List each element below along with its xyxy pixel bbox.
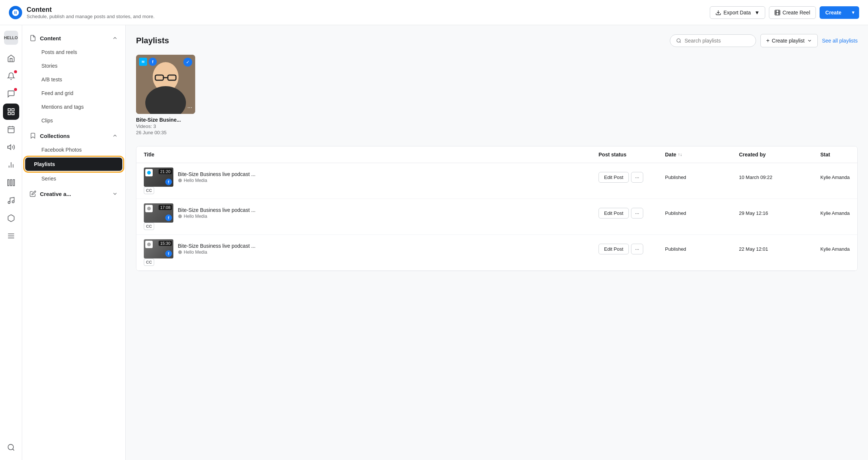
playlists-title: Playlists bbox=[136, 36, 169, 45]
playlist-thumbnail[interactable]: M f ✓ ··· bbox=[136, 55, 195, 114]
edit-post-button-1[interactable]: Edit Post bbox=[599, 208, 629, 219]
nav-item-playlists[interactable]: Playlists bbox=[25, 158, 122, 171]
edit-post-button-0[interactable]: Edit Post bbox=[599, 172, 629, 183]
table-row: 17:08 f Bite-Size Business live podcast … bbox=[136, 199, 857, 235]
create-reel-label: Create Reel bbox=[783, 10, 810, 16]
creative-section-title: Creative a... bbox=[40, 191, 71, 197]
nav-item-series[interactable]: Series bbox=[25, 172, 122, 185]
row-date-2: 22 May 12:01 bbox=[739, 246, 820, 252]
row-title-cell-1: 17:08 f Bite-Size Business live podcast … bbox=[144, 203, 599, 223]
create-button[interactable]: Create bbox=[820, 6, 848, 19]
playlists-header: Playlists + Create playlist See all play… bbox=[136, 34, 858, 47]
content-collapse-icon bbox=[112, 35, 118, 41]
meta-logo bbox=[9, 6, 22, 19]
video-duration-2: 15:30 bbox=[159, 241, 172, 246]
see-all-playlists-button[interactable]: See all playlists bbox=[822, 38, 858, 44]
sidebar-icon-ads[interactable] bbox=[3, 139, 19, 155]
more-button-0[interactable]: ··· bbox=[631, 172, 643, 183]
video-meta-icon-1 bbox=[145, 205, 153, 212]
svg-rect-23 bbox=[13, 180, 14, 186]
svg-point-29 bbox=[8, 444, 13, 450]
svg-point-43 bbox=[147, 243, 151, 246]
nav-item-feed[interactable]: Feed and grid bbox=[25, 87, 122, 100]
creative-icon bbox=[30, 190, 36, 197]
search-playlists-input[interactable] bbox=[685, 38, 750, 44]
video-fb-icon-1: f bbox=[165, 214, 172, 221]
sidebar-icon-meta[interactable]: HELLO bbox=[3, 30, 19, 46]
sidebar-icon-products[interactable] bbox=[3, 210, 19, 226]
row-creator-0: Kylie Amanda bbox=[820, 175, 850, 180]
col-created-by: Created by bbox=[739, 152, 820, 158]
content-section-header[interactable]: Content bbox=[22, 31, 125, 45]
cc-badge-1: CC bbox=[144, 223, 154, 230]
svg-rect-11 bbox=[8, 112, 10, 115]
playlist-card: M f ✓ ··· Bite-Size Busine... Videos: 3 … bbox=[136, 55, 195, 135]
content-section-header-left: Content bbox=[30, 35, 61, 41]
create-reel-button[interactable]: Create Reel bbox=[769, 6, 816, 19]
col-status2: Stat bbox=[820, 152, 850, 158]
more-button-2[interactable]: ··· bbox=[631, 244, 643, 254]
playlist-videos-count: Videos: 3 bbox=[136, 124, 195, 129]
sidebar-icon-analytics[interactable] bbox=[3, 157, 19, 173]
meta-platform-icon: M bbox=[139, 58, 147, 66]
sidebar-icon-music[interactable] bbox=[3, 192, 19, 209]
create-playlist-chevron-icon bbox=[807, 38, 812, 43]
collections-icon bbox=[30, 132, 36, 139]
collections-section-header[interactable]: Collections bbox=[22, 129, 125, 143]
row-title-cell-2: 15:30 f Bite-Size Business live podcast … bbox=[144, 239, 599, 258]
row-cc-0: CC bbox=[144, 187, 599, 194]
nav-item-facebook-photos[interactable]: Facebook Photos bbox=[25, 143, 122, 156]
creative-section-header[interactable]: Creative a... bbox=[22, 187, 125, 201]
nav-item-mentions[interactable]: Mentions and tags bbox=[25, 100, 122, 114]
header-title-block: Content Schedule, publish and manage pos… bbox=[27, 6, 155, 19]
playlist-card-title: Bite-Size Busine... bbox=[136, 117, 195, 123]
row-source-0: Hello Media bbox=[178, 178, 255, 183]
playlist-cards: M f ✓ ··· Bite-Size Busine... Videos: 3 … bbox=[136, 55, 858, 136]
create-playlist-button[interactable]: + Create playlist bbox=[760, 34, 817, 47]
nav-item-clips[interactable]: Clips bbox=[25, 114, 122, 127]
source-icon-1 bbox=[178, 214, 182, 219]
video-thumbnail-1: 17:08 f bbox=[144, 203, 173, 223]
messages-dot bbox=[14, 88, 17, 91]
video-duration-1: 17:08 bbox=[159, 205, 172, 210]
col-date[interactable]: Date ↑↓ bbox=[665, 152, 739, 158]
video-duration-0: 21:20 bbox=[159, 169, 172, 174]
sidebar-icon-notifications[interactable] bbox=[3, 68, 19, 84]
nav-item-abtests[interactable]: A/B tests bbox=[25, 73, 122, 86]
table-row: 21:20 f Bite-Size Business live podcast … bbox=[136, 163, 857, 199]
nav-item-stories[interactable]: Stories bbox=[25, 59, 122, 72]
collections-section-title: Collections bbox=[40, 133, 70, 139]
more-button-1[interactable]: ··· bbox=[631, 208, 643, 219]
svg-point-31 bbox=[677, 39, 680, 42]
create-dropdown-button[interactable]: ▼ bbox=[847, 7, 859, 18]
edit-post-button-2[interactable]: Edit Post bbox=[599, 244, 629, 254]
playlists-actions: + Create playlist See all playlists bbox=[670, 34, 858, 47]
sidebar-icon-pages[interactable] bbox=[3, 228, 19, 244]
export-button[interactable]: Export Data ▼ bbox=[710, 6, 765, 19]
sidebar-icon-search[interactable] bbox=[3, 439, 19, 456]
row-source-2: Hello Media bbox=[178, 250, 255, 255]
creative-section: Creative a... bbox=[22, 187, 125, 201]
svg-rect-22 bbox=[10, 180, 12, 186]
playlist-date: 26 June 00:35 bbox=[136, 130, 195, 135]
playlist-more-icon[interactable]: ··· bbox=[187, 104, 192, 111]
playlist-platform-icons: M f bbox=[139, 58, 157, 66]
sidebar-icon-content[interactable] bbox=[3, 104, 19, 120]
sidebar-icon-calendar[interactable] bbox=[3, 121, 19, 138]
nav-item-posts[interactable]: Posts and reels bbox=[25, 45, 122, 59]
main-layout: HELLO bbox=[0, 25, 868, 460]
svg-rect-9 bbox=[8, 109, 10, 111]
table-header: Title Post status Date ↑↓ Created by Sta… bbox=[136, 146, 857, 163]
sidebar-icon-library[interactable] bbox=[3, 175, 19, 191]
row-cc-2: CC bbox=[144, 258, 599, 266]
row-title-cell-0: 21:20 f Bite-Size Business live podcast … bbox=[144, 168, 599, 187]
row-creator-1: Kylie Amanda bbox=[820, 210, 850, 216]
create-playlist-label: Create playlist bbox=[772, 38, 805, 44]
sidebar-icon-messages[interactable] bbox=[3, 86, 19, 102]
app-subtitle: Schedule, publish and manage posts and s… bbox=[27, 14, 155, 19]
row-source-1: Hello Media bbox=[178, 214, 255, 219]
search-icon bbox=[676, 38, 681, 44]
sidebar-icon-home[interactable] bbox=[3, 50, 19, 67]
row-cc-1: CC bbox=[144, 223, 599, 230]
row-date-1: 29 May 12:16 bbox=[739, 210, 820, 216]
